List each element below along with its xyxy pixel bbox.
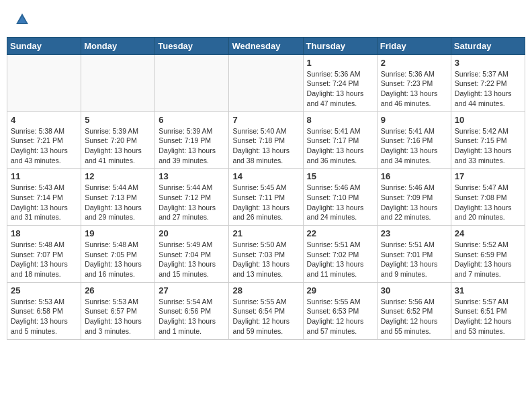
calendar-body: 1Sunrise: 5:36 AM Sunset: 7:24 PM Daylig… [7,54,525,339]
calendar-cell: 23Sunrise: 5:51 AM Sunset: 7:01 PM Dayli… [377,226,451,283]
calendar-cell: 18Sunrise: 5:48 AM Sunset: 7:07 PM Dayli… [7,226,81,283]
day-number: 6 [159,115,225,125]
day-number: 26 [85,285,151,295]
calendar-cell: 1Sunrise: 5:36 AM Sunset: 7:24 PM Daylig… [303,54,377,111]
day-detail: Sunrise: 5:53 AM Sunset: 6:58 PM Dayligh… [11,297,77,336]
day-detail: Sunrise: 5:41 AM Sunset: 7:16 PM Dayligh… [381,126,447,166]
day-number: 28 [232,285,299,295]
day-detail: Sunrise: 5:52 AM Sunset: 6:59 PM Dayligh… [455,240,521,279]
day-detail: Sunrise: 5:46 AM Sunset: 7:09 PM Dayligh… [381,183,447,222]
day-detail: Sunrise: 5:44 AM Sunset: 7:12 PM Dayligh… [159,183,225,222]
calendar-cell: 14Sunrise: 5:45 AM Sunset: 7:11 PM Dayli… [229,169,303,226]
day-detail: Sunrise: 5:51 AM Sunset: 7:02 PM Dayligh… [307,240,373,279]
day-number: 9 [381,115,447,125]
weekday-header-friday: Friday [377,37,451,54]
day-detail: Sunrise: 5:53 AM Sunset: 6:57 PM Dayligh… [85,297,151,336]
calendar-cell: 4Sunrise: 5:38 AM Sunset: 7:21 PM Daylig… [7,111,81,169]
day-number: 29 [307,285,373,295]
day-detail: Sunrise: 5:49 AM Sunset: 7:04 PM Dayligh… [159,240,225,279]
calendar-cell: 22Sunrise: 5:51 AM Sunset: 7:02 PM Dayli… [303,226,377,283]
day-detail: Sunrise: 5:46 AM Sunset: 7:10 PM Dayligh… [307,183,373,222]
day-detail: Sunrise: 5:42 AM Sunset: 7:15 PM Dayligh… [455,126,521,166]
day-detail: Sunrise: 5:37 AM Sunset: 7:22 PM Dayligh… [455,69,521,109]
day-number: 16 [381,171,447,181]
day-detail: Sunrise: 5:51 AM Sunset: 7:01 PM Dayligh… [381,240,447,279]
calendar-cell: 6Sunrise: 5:39 AM Sunset: 7:19 PM Daylig… [155,111,229,169]
calendar-cell: 26Sunrise: 5:53 AM Sunset: 6:57 PM Dayli… [81,282,155,339]
calendar-cell: 24Sunrise: 5:52 AM Sunset: 6:59 PM Dayli… [451,226,525,283]
day-number: 21 [232,228,299,238]
calendar-cell: 12Sunrise: 5:44 AM Sunset: 7:13 PM Dayli… [81,169,155,226]
weekday-header-wednesday: Wednesday [229,37,303,54]
day-number: 12 [85,171,151,181]
day-number: 31 [455,285,521,295]
weekday-header-sunday: Sunday [7,37,81,54]
day-detail: Sunrise: 5:54 AM Sunset: 6:56 PM Dayligh… [159,297,225,336]
calendar-cell [81,54,155,111]
day-number: 7 [232,115,299,125]
day-detail: Sunrise: 5:43 AM Sunset: 7:14 PM Dayligh… [11,183,77,222]
day-number: 14 [232,171,299,181]
calendar-week-2: 4Sunrise: 5:38 AM Sunset: 7:21 PM Daylig… [7,111,525,169]
day-number: 24 [455,228,521,238]
day-number: 8 [307,115,373,125]
weekday-header-monday: Monday [81,37,155,54]
day-detail: Sunrise: 5:48 AM Sunset: 7:05 PM Dayligh… [85,240,151,279]
day-number: 30 [381,285,447,295]
day-detail: Sunrise: 5:56 AM Sunset: 6:52 PM Dayligh… [381,297,447,336]
day-number: 23 [381,228,447,238]
calendar-cell: 30Sunrise: 5:56 AM Sunset: 6:52 PM Dayli… [377,282,451,339]
logo [13,12,30,30]
calendar-cell: 11Sunrise: 5:43 AM Sunset: 7:14 PM Dayli… [7,169,81,226]
calendar-cell [155,54,229,111]
day-detail: Sunrise: 5:38 AM Sunset: 7:21 PM Dayligh… [11,126,77,166]
calendar-week-5: 25Sunrise: 5:53 AM Sunset: 6:58 PM Dayli… [7,282,525,339]
calendar-cell: 16Sunrise: 5:46 AM Sunset: 7:09 PM Dayli… [377,169,451,226]
day-detail: Sunrise: 5:57 AM Sunset: 6:51 PM Dayligh… [455,297,521,336]
day-detail: Sunrise: 5:40 AM Sunset: 7:18 PM Dayligh… [232,126,299,166]
day-detail: Sunrise: 5:45 AM Sunset: 7:11 PM Dayligh… [232,183,299,222]
day-number: 10 [455,115,521,125]
calendar-cell: 28Sunrise: 5:55 AM Sunset: 6:54 PM Dayli… [229,282,303,339]
day-detail: Sunrise: 5:44 AM Sunset: 7:13 PM Dayligh… [85,183,151,222]
day-detail: Sunrise: 5:50 AM Sunset: 7:03 PM Dayligh… [232,240,299,279]
calendar-cell: 7Sunrise: 5:40 AM Sunset: 7:18 PM Daylig… [229,111,303,169]
calendar-cell: 2Sunrise: 5:36 AM Sunset: 7:23 PM Daylig… [377,54,451,111]
calendar-cell: 5Sunrise: 5:39 AM Sunset: 7:20 PM Daylig… [81,111,155,169]
calendar-table: SundayMondayTuesdayWednesdayThursdayFrid… [7,37,525,340]
calendar-cell [229,54,303,111]
calendar-cell: 21Sunrise: 5:50 AM Sunset: 7:03 PM Dayli… [229,226,303,283]
calendar-cell [7,54,81,111]
day-number: 18 [11,228,77,238]
day-detail: Sunrise: 5:55 AM Sunset: 6:54 PM Dayligh… [232,297,299,336]
day-detail: Sunrise: 5:36 AM Sunset: 7:24 PM Dayligh… [307,69,373,109]
logo-icon [15,12,30,27]
calendar-cell: 9Sunrise: 5:41 AM Sunset: 7:16 PM Daylig… [377,111,451,169]
day-number: 3 [455,58,521,68]
calendar-week-3: 11Sunrise: 5:43 AM Sunset: 7:14 PM Dayli… [7,169,525,226]
page-header [7,7,525,34]
day-detail: Sunrise: 5:39 AM Sunset: 7:20 PM Dayligh… [85,126,151,166]
calendar-cell: 20Sunrise: 5:49 AM Sunset: 7:04 PM Dayli… [155,226,229,283]
day-number: 17 [455,171,521,181]
calendar-cell: 27Sunrise: 5:54 AM Sunset: 6:56 PM Dayli… [155,282,229,339]
day-number: 27 [159,285,225,295]
weekday-header-thursday: Thursday [303,37,377,54]
day-detail: Sunrise: 5:55 AM Sunset: 6:53 PM Dayligh… [307,297,373,336]
day-number: 25 [11,285,77,295]
calendar-week-4: 18Sunrise: 5:48 AM Sunset: 7:07 PM Dayli… [7,226,525,283]
calendar-cell: 25Sunrise: 5:53 AM Sunset: 6:58 PM Dayli… [7,282,81,339]
day-number: 19 [85,228,151,238]
calendar-cell: 31Sunrise: 5:57 AM Sunset: 6:51 PM Dayli… [451,282,525,339]
day-detail: Sunrise: 5:39 AM Sunset: 7:19 PM Dayligh… [159,126,225,166]
calendar-cell: 13Sunrise: 5:44 AM Sunset: 7:12 PM Dayli… [155,169,229,226]
weekday-header-tuesday: Tuesday [155,37,229,54]
day-number: 20 [159,228,225,238]
calendar-cell: 15Sunrise: 5:46 AM Sunset: 7:10 PM Dayli… [303,169,377,226]
day-number: 15 [307,171,373,181]
calendar-cell: 3Sunrise: 5:37 AM Sunset: 7:22 PM Daylig… [451,54,525,111]
calendar-cell: 8Sunrise: 5:41 AM Sunset: 7:17 PM Daylig… [303,111,377,169]
day-number: 5 [85,115,151,125]
day-number: 1 [307,58,373,68]
day-number: 2 [381,58,447,68]
